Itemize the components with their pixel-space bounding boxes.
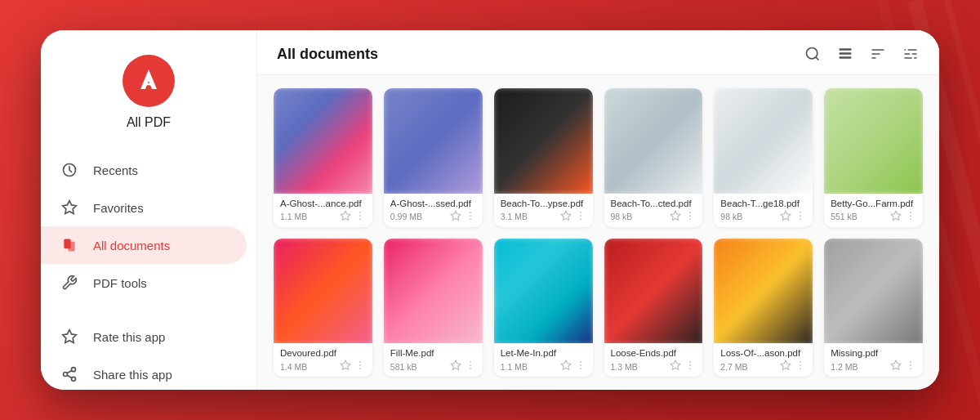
more-options-icon[interactable] bbox=[575, 360, 586, 373]
svg-point-47 bbox=[800, 218, 801, 220]
more-options-icon[interactable] bbox=[575, 210, 586, 224]
file-card[interactable]: Fill-Me.pdf581 kB bbox=[384, 239, 483, 378]
rate-app-icon bbox=[60, 328, 78, 346]
svg-point-71 bbox=[800, 368, 801, 369]
more-options-icon[interactable] bbox=[354, 360, 366, 373]
file-size: 2.7 MB bbox=[720, 362, 777, 372]
file-card[interactable]: Beach-To...cted.pdf98 kB bbox=[604, 88, 703, 227]
share-app-item[interactable]: Share this app bbox=[41, 355, 247, 390]
more-options-icon[interactable] bbox=[465, 210, 476, 224]
sidebar-item-all-documents-label: All documents bbox=[93, 239, 170, 252]
file-card[interactable]: Betty-Go...Farm.pdf551 kB bbox=[824, 88, 923, 227]
star-icon[interactable] bbox=[450, 210, 461, 224]
filter-icon[interactable] bbox=[902, 45, 920, 63]
file-thumbnail bbox=[824, 88, 923, 194]
file-thumbnail bbox=[824, 239, 923, 344]
more-options-icon[interactable] bbox=[905, 360, 916, 373]
svg-rect-17 bbox=[840, 52, 852, 55]
main-content: All documents bbox=[257, 30, 939, 390]
svg-marker-28 bbox=[341, 211, 350, 220]
svg-point-53 bbox=[359, 361, 361, 363]
search-icon[interactable] bbox=[804, 45, 822, 63]
file-size: 0.99 MB bbox=[390, 212, 447, 221]
svg-point-74 bbox=[910, 364, 911, 366]
svg-point-50 bbox=[910, 215, 911, 217]
file-size: 1.4 MB bbox=[280, 362, 336, 372]
svg-point-9 bbox=[64, 373, 68, 377]
file-card[interactable]: Loose-Ends.pdf1.3 MB bbox=[604, 239, 703, 378]
bottom-nav: Rate this app Share this app bbox=[41, 318, 256, 390]
svg-marker-48 bbox=[891, 211, 901, 220]
sidebar-item-pdf-tools[interactable]: PDF tools bbox=[41, 264, 247, 302]
sidebar-item-favorites-label: Favorites bbox=[93, 201, 144, 215]
more-options-icon[interactable] bbox=[354, 210, 366, 224]
file-card[interactable]: Beach-T...ge18.pdf98 kB bbox=[714, 88, 813, 227]
sidebar: All PDF Recents Favorites bbox=[41, 30, 257, 390]
list-view-icon[interactable] bbox=[836, 45, 854, 63]
file-card[interactable]: Let-Me-In.pdf1.1 MB bbox=[494, 239, 593, 378]
svg-point-31 bbox=[359, 218, 361, 220]
svg-point-61 bbox=[580, 361, 581, 363]
app-logo bbox=[122, 55, 175, 107]
more-options-icon[interactable] bbox=[684, 210, 696, 224]
svg-point-58 bbox=[470, 364, 471, 366]
file-name: Beach-To...cted.pdf bbox=[611, 199, 697, 208]
all-documents-icon bbox=[60, 236, 78, 254]
svg-rect-18 bbox=[840, 56, 852, 59]
svg-point-42 bbox=[689, 215, 691, 217]
star-icon[interactable] bbox=[890, 360, 902, 373]
file-card[interactable]: Loss-Of-...ason.pdf2.7 MB bbox=[714, 239, 813, 378]
star-icon[interactable] bbox=[780, 360, 791, 373]
file-thumbnail bbox=[604, 239, 703, 344]
nav-list: Recents Favorites All documents bbox=[41, 145, 256, 308]
star-icon[interactable] bbox=[340, 360, 351, 373]
more-options-icon[interactable] bbox=[905, 210, 916, 224]
svg-marker-60 bbox=[561, 360, 571, 369]
svg-point-34 bbox=[470, 215, 471, 217]
star-icon[interactable] bbox=[780, 210, 791, 224]
svg-point-66 bbox=[689, 364, 691, 366]
svg-marker-56 bbox=[451, 360, 461, 369]
rate-app-item[interactable]: Rate this app bbox=[41, 318, 247, 355]
sort-icon[interactable] bbox=[869, 45, 887, 63]
file-name: Fill-Me.pdf bbox=[390, 348, 476, 358]
svg-point-8 bbox=[72, 368, 76, 372]
star-icon[interactable] bbox=[670, 360, 681, 373]
file-card[interactable]: Devoured.pdf1.4 MB bbox=[274, 239, 372, 378]
sidebar-item-all-documents[interactable]: All documents bbox=[41, 226, 247, 264]
file-name: Missing.pdf bbox=[831, 348, 916, 358]
star-icon[interactable] bbox=[890, 210, 902, 224]
star-icon[interactable] bbox=[670, 210, 681, 224]
file-size: 3.1 MB bbox=[501, 212, 557, 221]
svg-line-11 bbox=[67, 375, 72, 378]
star-icon[interactable] bbox=[560, 360, 572, 373]
more-options-icon[interactable] bbox=[465, 360, 476, 373]
file-thumbnail bbox=[384, 88, 483, 194]
star-icon[interactable] bbox=[450, 360, 461, 373]
app-name: All PDF bbox=[127, 115, 171, 130]
file-card[interactable]: A-Ghost-...ance.pdf1.1 MB bbox=[274, 88, 372, 227]
sidebar-item-favorites[interactable]: Favorites bbox=[41, 189, 247, 226]
sidebar-item-recents[interactable]: Recents bbox=[41, 151, 247, 189]
file-size: 1.1 MB bbox=[501, 362, 557, 372]
svg-point-59 bbox=[470, 368, 471, 369]
file-card[interactable]: Missing.pdf1.2 MB bbox=[824, 239, 923, 378]
more-options-icon[interactable] bbox=[684, 360, 696, 373]
svg-point-63 bbox=[580, 368, 581, 369]
svg-marker-32 bbox=[451, 211, 461, 220]
more-options-icon[interactable] bbox=[795, 360, 806, 373]
star-icon[interactable] bbox=[560, 210, 572, 224]
file-card[interactable]: Beach-To...ypse.pdf3.1 MB bbox=[494, 88, 593, 227]
file-card[interactable]: A-Ghost-...ssed.pdf0.99 MB bbox=[384, 88, 483, 227]
svg-point-10 bbox=[72, 377, 76, 381]
more-options-icon[interactable] bbox=[795, 210, 806, 224]
svg-marker-72 bbox=[891, 360, 901, 369]
recents-icon bbox=[60, 161, 78, 179]
svg-point-41 bbox=[689, 212, 691, 213]
star-icon[interactable] bbox=[340, 210, 351, 224]
header-actions bbox=[804, 45, 920, 63]
svg-point-62 bbox=[580, 364, 581, 366]
file-name: Loss-Of-...ason.pdf bbox=[720, 348, 806, 358]
svg-point-29 bbox=[359, 212, 361, 213]
svg-point-39 bbox=[580, 218, 581, 220]
